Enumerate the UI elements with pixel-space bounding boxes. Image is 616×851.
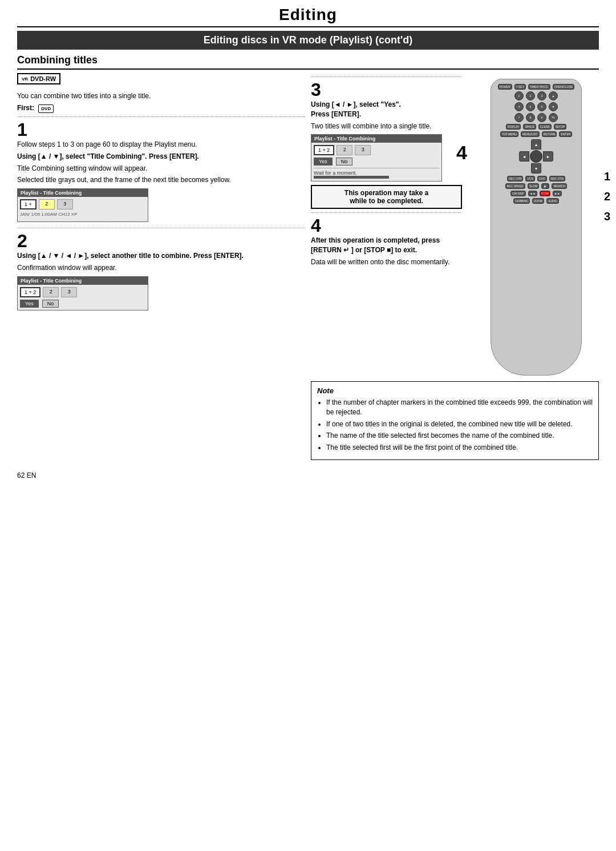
steps-3-4: 3 Using [◄ / ►], select "Yes". Press [EN… — [311, 73, 599, 376]
remote-step-2-label: 2 — [604, 190, 610, 203]
remote-stop-btn[interactable]: STOP — [540, 191, 551, 196]
step-3-col: 3 Using [◄ / ►], select "Yes". Press [EN… — [311, 73, 462, 376]
divider-3 — [311, 76, 462, 77]
ps3-progress — [314, 176, 389, 179]
remote-slow-btn[interactable]: SLOW — [528, 183, 540, 189]
note-item-2: If one of two titles in the original is … — [326, 420, 593, 429]
dvd-rw-text: DVD-RW — [30, 75, 56, 82]
remote-dpad-down[interactable]: ▼ — [531, 163, 541, 174]
remote-num-row1: 1 2 3 ▲ — [496, 91, 577, 100]
left-column: VR DVD-RW You can combine two titles int… — [17, 73, 311, 466]
ps1-date: JAN/ 1/06 1:00AM CH12 XP — [20, 212, 145, 217]
step-2-number: 2 — [17, 232, 305, 250]
remote-search-btn[interactable]: SEARCH — [552, 183, 567, 189]
remote-col: 4 POWER T-SET TIMER PROG. OPEN/CLOSE — [473, 73, 599, 376]
ps2-no-btn[interactable]: No — [42, 300, 59, 308]
remote-recotr2-btn[interactable]: REC OTR — [549, 176, 566, 182]
remote-dpad-center[interactable] — [530, 150, 542, 163]
remote-rw-btn[interactable]: ◄◄ — [528, 191, 537, 196]
remote-play-btn[interactable]: ▶ — [541, 183, 549, 189]
dvd-rw-badge: VR DVD-RW — [17, 73, 60, 84]
remote-dpad-up[interactable]: ▲ — [531, 139, 541, 150]
ps1-content: 1 + 2 3 JAN/ 1/06 1:00AM CH12 XP — [18, 197, 148, 221]
ps3-wait: Wait for a moment. — [314, 168, 439, 179]
step-3-detail: Two titles will combine into a single ti… — [311, 122, 462, 131]
remote-dubbing-btn[interactable]: DUBBING — [513, 198, 530, 204]
step-1-section: 1 Follow steps 1 to 3 on page 60 to disp… — [17, 120, 305, 222]
remote-menu-row: TOP MENU MENU/LIST RETURN ENTER — [496, 131, 577, 137]
section-heading: Editing discs in VR mode (Playlist) (con… — [17, 31, 599, 50]
ps1-item1: 1 + — [20, 199, 37, 209]
remote-num-row2: 4 5 6 ▼ — [496, 102, 577, 111]
remote-ch-down[interactable]: ▼ — [549, 102, 558, 111]
remote-recotr1-btn[interactable]: REC OTR — [507, 176, 524, 182]
remote-display-btn[interactable]: DISPLAY — [506, 124, 521, 130]
remote-openclose-btn[interactable]: OPEN/CLOSE — [553, 84, 575, 90]
remote-vcr-btn[interactable]: VCR — [525, 176, 535, 182]
remote-num8[interactable]: 8 — [526, 113, 535, 122]
remote-menulist-btn[interactable]: MENU/LIST — [521, 131, 540, 137]
remote-dvd-btn[interactable]: DVD — [537, 176, 547, 182]
remote-num-row3: 7 8 9 TV — [496, 113, 577, 122]
ps2-titlebar: Playlist - Title Combining — [18, 277, 148, 285]
step-4-detail: Data will be written onto the disc momen… — [311, 257, 462, 267]
remote-tset-btn[interactable]: T-SET — [514, 84, 526, 90]
ps2-yes-btn[interactable]: Yes — [20, 300, 39, 308]
remote-num9[interactable]: 9 — [537, 113, 546, 122]
vr-text: VR — [22, 76, 28, 82]
ps2-buttons: Yes No — [20, 300, 145, 308]
ps3-yes-btn[interactable]: Yes — [314, 158, 333, 166]
ps2-content: 1 + 2 2 3 Yes No — [18, 285, 148, 310]
divider-2 — [17, 228, 305, 228]
remote-video-tv[interactable]: TV — [549, 113, 558, 122]
remote-num3[interactable]: 3 — [537, 91, 546, 100]
remote-num6[interactable]: 6 — [537, 102, 546, 111]
ps3-content: 1 + 2 2 3 Yes No — [311, 143, 441, 181]
step-4-bold: After this operation is completed, press… — [311, 236, 462, 255]
remote-space-btn[interactable]: SPACE — [523, 124, 536, 130]
remote-ch-up[interactable]: ▲ — [549, 91, 558, 100]
remote-step-1-label: 1 — [604, 170, 610, 183]
note-list: If the number of chapter markers in the … — [317, 398, 593, 453]
step-2-detail: Confirmation window will appear. — [17, 263, 305, 273]
remote-num4[interactable]: 4 — [514, 102, 524, 111]
step-1-bold: Using [▲ / ▼], select "Title Combining".… — [17, 152, 305, 162]
remote-setup-btn[interactable]: SETUP — [554, 124, 567, 130]
remote-num1[interactable]: 1 — [514, 91, 524, 100]
remote-timerprog-btn[interactable]: TIMER PROG. — [528, 84, 550, 90]
remote-audio-btn[interactable]: AUDIO — [546, 198, 559, 204]
remote-zoom-btn[interactable]: ZOOM — [532, 198, 544, 204]
remote-dpad-right[interactable]: ► — [543, 151, 553, 162]
ps3-buttons: Yes No — [314, 158, 439, 166]
playlist-screen-3: Playlist - Title Combining 1 + 2 2 — [311, 134, 442, 182]
remote-cmskip-btn[interactable]: CM SKIP — [510, 191, 526, 196]
ps2-item3: 3 — [61, 287, 77, 297]
step-1-detail: Title Combining setting window will appe… — [17, 164, 305, 174]
main-layout: VR DVD-RW You can combine two titles int… — [17, 73, 599, 466]
remote-recspeed-btn[interactable]: REC SPEED — [505, 183, 525, 189]
remote-transport-row2: CM SKIP ◄◄ STOP ►► — [496, 191, 577, 196]
remote-enter-btn[interactable]: ENTER — [559, 131, 572, 137]
remote-top-row: POWER T-SET TIMER PROG. OPEN/CLOSE — [496, 84, 577, 90]
remote-num7[interactable]: 7 — [514, 113, 524, 122]
step-1-number: 1 — [17, 120, 305, 139]
remote-num2[interactable]: 2 — [526, 91, 535, 100]
remote-dpad: ▲ ▼ ◄ ► — [519, 139, 553, 174]
footer-page-number: 62 EN — [17, 471, 36, 479]
note-item-3: The name of the title selected first bec… — [326, 431, 593, 441]
remote-ff-btn[interactable]: ►► — [553, 191, 562, 196]
step-4-section: 4 After this operation is completed, pre… — [311, 216, 462, 267]
page-title: Editing — [17, 6, 599, 24]
remote-topmenu-btn[interactable]: TOP MENU — [500, 131, 518, 137]
remote-return-btn[interactable]: RETURN — [542, 131, 557, 137]
remote-rec-row: REC OTR VCR DVD REC OTR — [496, 176, 577, 182]
ps2-item2: 2 — [43, 287, 59, 297]
ps3-no-btn[interactable]: No — [336, 158, 353, 166]
remote-clear-btn[interactable]: CLEAR — [538, 124, 552, 130]
divider-1 — [17, 116, 305, 117]
remote-num5[interactable]: 5 — [526, 102, 535, 111]
ps3-titlebar: Playlist - Title Combining — [311, 135, 441, 143]
remote-power-btn[interactable]: POWER — [498, 84, 512, 90]
remote-dpad-left[interactable]: ◄ — [519, 151, 529, 162]
dvd-icon: DVD — [38, 104, 54, 113]
